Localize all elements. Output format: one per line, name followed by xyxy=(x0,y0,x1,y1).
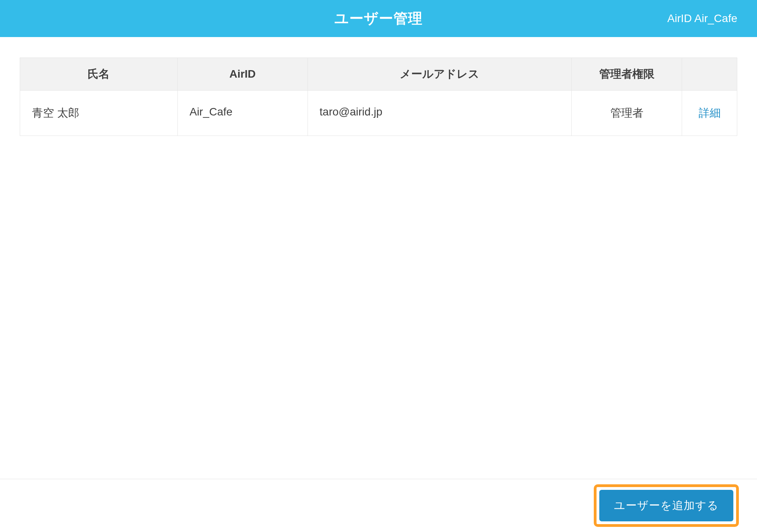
table-header-row: 氏名 AirID メールアドレス 管理者権限 xyxy=(20,58,737,91)
cell-action: 詳細 xyxy=(682,91,737,136)
table-row: 青空 太郎 Air_Cafe taro@airid.jp 管理者 詳細 xyxy=(20,91,737,136)
cell-role: 管理者 xyxy=(572,91,682,136)
cell-airid: Air_Cafe xyxy=(177,91,308,136)
column-header-role: 管理者権限 xyxy=(572,58,682,91)
page-footer: ユーザーを追加する xyxy=(0,479,757,532)
account-label: AirID Air_Cafe xyxy=(668,12,737,25)
column-header-email: メールアドレス xyxy=(308,58,572,91)
main-content: 氏名 AirID メールアドレス 管理者権限 青空 太郎 Air_Cafe ta… xyxy=(0,37,757,136)
page-title: ユーザー管理 xyxy=(334,9,423,28)
add-user-button[interactable]: ユーザーを追加する xyxy=(599,490,733,521)
page-header: ユーザー管理 AirID Air_Cafe xyxy=(0,0,757,37)
user-table: 氏名 AirID メールアドレス 管理者権限 青空 太郎 Air_Cafe ta… xyxy=(20,58,737,136)
cell-name: 青空 太郎 xyxy=(20,91,178,136)
column-header-airid: AirID xyxy=(177,58,308,91)
column-header-action xyxy=(682,58,737,91)
add-user-highlight: ユーザーを追加する xyxy=(594,484,739,527)
detail-link[interactable]: 詳細 xyxy=(699,107,721,119)
column-header-name: 氏名 xyxy=(20,58,178,91)
cell-email: taro@airid.jp xyxy=(308,91,572,136)
